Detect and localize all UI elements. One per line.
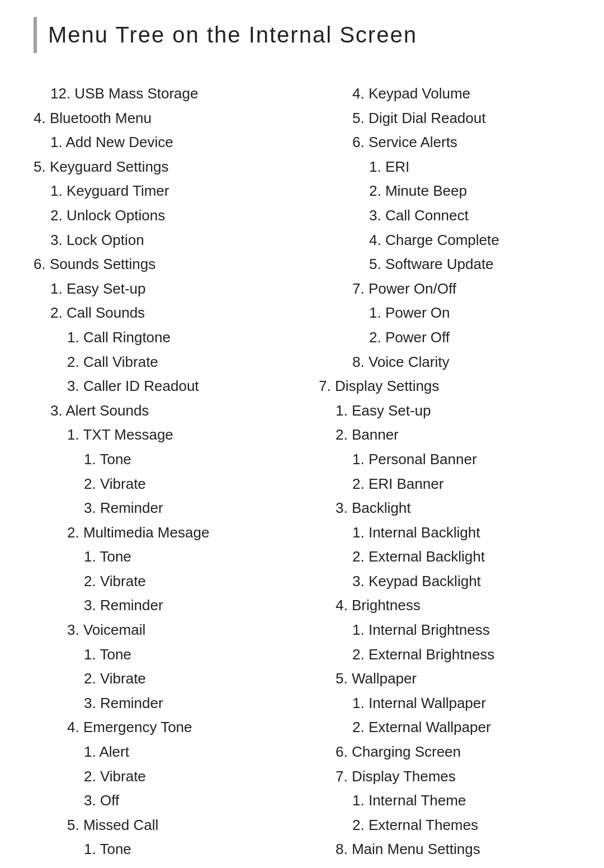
list-item: 3. Reminder: [34, 594, 285, 617]
list-item: 3. Lock Option: [34, 229, 285, 252]
list-item: 2. External Wallpaper: [319, 716, 570, 739]
list-item: 1. Keyguard Timer: [34, 180, 285, 203]
list-item: 3. Alert Sounds: [34, 399, 285, 423]
list-item: 2. Vibrate: [34, 765, 285, 789]
list-item: 2. Call Vibrate: [34, 351, 285, 374]
list-item: 1. TXT Message: [34, 423, 285, 447]
header-section: Menu Tree on the Internal Screen: [0, 0, 604, 64]
list-item: 3. Reminder: [34, 497, 285, 520]
list-item: 4. Bluetooth Menu: [34, 107, 285, 130]
list-item: 5. Software Update: [319, 253, 570, 276]
list-item: 3. Keypad Backlight: [319, 570, 570, 593]
list-item: 5. Keyguard Settings: [34, 155, 285, 179]
list-item: 2. Multimedia Mesage: [34, 521, 285, 545]
list-item: 2. Vibrate: [34, 570, 285, 593]
list-item: 3. Caller ID Readout: [34, 375, 285, 398]
list-item: 1. Internal Backlight: [319, 521, 570, 545]
list-item: 1. Easy Set-up: [319, 399, 570, 423]
list-item: 1. Power On: [319, 301, 570, 325]
list-item: 1. Tone: [34, 545, 285, 569]
list-item: 3. Voicemail: [34, 619, 285, 642]
list-item: 12. USB Mass Storage: [34, 82, 285, 106]
list-item: 1. Internal Brightness: [319, 619, 570, 642]
list-item: 1. Tone: [34, 838, 285, 861]
right-menu-list: 4. Keypad Volume5. Digit Dial Readout6. …: [319, 82, 570, 868]
list-item: 2. ERI Banner: [319, 473, 570, 496]
list-item: 6. Sounds Settings: [34, 253, 285, 276]
page-title: Menu Tree on the Internal Screen: [48, 17, 417, 53]
list-item: 2. Minute Beep: [319, 180, 570, 203]
list-item: 1. Internal Wallpaper: [319, 692, 570, 715]
left-menu-list: 12. USB Mass Storage4. Bluetooth Menu1. …: [34, 82, 285, 868]
list-item: 1. Add New Device: [34, 131, 285, 154]
list-item: 2. Power Off: [319, 326, 570, 350]
list-item: 1. Tone: [34, 448, 285, 471]
list-item: 2. Call Sounds: [34, 301, 285, 325]
list-item: 3. Reminder: [34, 692, 285, 715]
list-item: 8. Voice Clarity: [319, 351, 570, 374]
list-item: 2. External Themes: [319, 814, 570, 837]
list-item: 4. Keypad Volume: [319, 82, 570, 106]
list-item: 1. ERI: [319, 155, 570, 179]
list-item: 8. Main Menu Settings: [319, 838, 570, 861]
list-item: 5. Missed Call: [34, 814, 285, 837]
list-item: 5. Wallpaper: [319, 667, 570, 691]
accent-bar: [34, 17, 37, 53]
list-item: 1. Internal Theme: [319, 789, 570, 813]
list-item: 2. Vibrate: [34, 473, 285, 496]
list-item: 3. Off: [34, 789, 285, 813]
list-item: 2. Vibrate: [34, 862, 285, 868]
list-item: 1. Easy Set-up: [34, 277, 285, 301]
list-item: 1. Personal Banner: [319, 448, 570, 471]
list-item: 1. Menu Layout: [319, 862, 570, 868]
list-item: 2. Banner: [319, 423, 570, 447]
list-item: 7. Display Themes: [319, 765, 570, 789]
content-area: 12. USB Mass Storage4. Bluetooth Menu1. …: [0, 64, 604, 868]
list-item: 1. Alert: [34, 740, 285, 764]
list-item: 7. Display Settings: [319, 375, 570, 398]
list-item: 6. Charging Screen: [319, 740, 570, 764]
left-column: 12. USB Mass Storage4. Bluetooth Menu1. …: [34, 81, 302, 868]
list-item: 4. Charge Complete: [319, 229, 570, 252]
page-container: Menu Tree on the Internal Screen 12. USB…: [0, 0, 604, 868]
list-item: 2. Vibrate: [34, 667, 285, 691]
list-item: 3. Backlight: [319, 497, 570, 520]
list-item: 6. Service Alerts: [319, 131, 570, 154]
list-item: 1. Call Ringtone: [34, 326, 285, 350]
list-item: 3. Call Connect: [319, 204, 570, 228]
right-column: 4. Keypad Volume5. Digit Dial Readout6. …: [302, 81, 570, 868]
list-item: 2. External Backlight: [319, 545, 570, 569]
list-item: 4. Emergency Tone: [34, 716, 285, 739]
list-item: 7. Power On/Off: [319, 277, 570, 301]
list-item: 5. Digit Dial Readout: [319, 107, 570, 130]
list-item: 4. Brightness: [319, 594, 570, 617]
list-item: 2. External Brightness: [319, 643, 570, 667]
list-item: 1. Tone: [34, 643, 285, 667]
list-item: 2. Unlock Options: [34, 204, 285, 228]
